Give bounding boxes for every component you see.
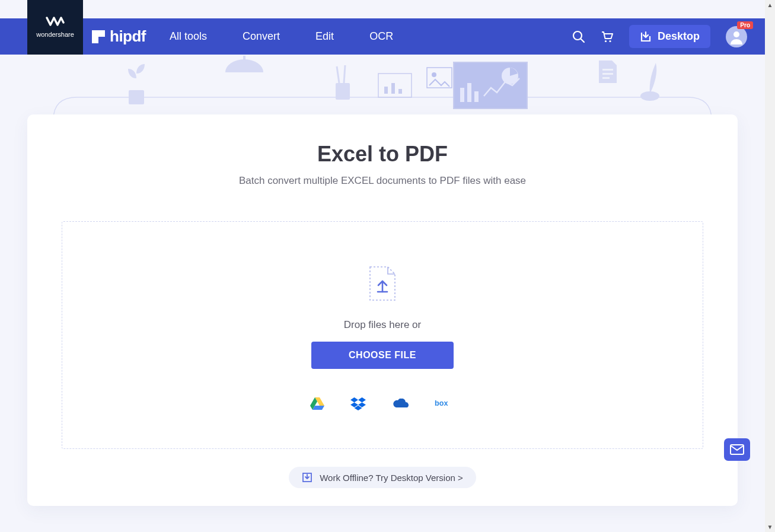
svg-rect-1	[98, 37, 105, 43]
svg-rect-25	[602, 73, 613, 75]
choose-file-button[interactable]: CHOOSE FILE	[311, 342, 454, 369]
work-offline-label: Work Offline? Try Desktop Version >	[320, 473, 463, 483]
svg-text:box: box	[435, 399, 448, 407]
top-background-strip	[0, 0, 765, 18]
nav-all-tools[interactable]: All tools	[170, 30, 207, 43]
scroll-up-icon[interactable]: ▲	[767, 0, 773, 10]
svg-rect-24	[602, 69, 613, 71]
hipdf-logo-icon	[92, 30, 105, 43]
svg-point-4	[605, 40, 607, 42]
onedrive-icon[interactable]	[392, 399, 409, 412]
svg-rect-19	[454, 63, 527, 108]
svg-point-6	[733, 31, 739, 37]
wondershare-badge[interactable]: wondershare	[27, 0, 83, 55]
svg-rect-20	[460, 88, 464, 102]
cart-icon[interactable]	[601, 30, 614, 43]
dropbox-icon[interactable]	[350, 397, 366, 413]
desktop-button[interactable]: Desktop	[629, 25, 710, 48]
hipdf-logo[interactable]: hipdf	[92, 27, 146, 46]
avatar-icon	[729, 29, 744, 44]
pro-badge: Pro	[737, 21, 753, 29]
svg-rect-7	[129, 90, 144, 104]
svg-rect-15	[398, 89, 402, 94]
svg-line-10	[337, 66, 339, 83]
cloud-sources-row: box	[310, 397, 455, 413]
page-title: Excel to PDF	[62, 142, 703, 167]
mail-icon	[730, 444, 744, 455]
scroll-down-icon[interactable]: ▼	[767, 522, 773, 532]
hipdf-brand-text: hipdf	[110, 27, 146, 46]
download-icon	[640, 31, 652, 43]
google-drive-icon[interactable]	[310, 397, 324, 413]
svg-rect-8	[243, 56, 245, 60]
avatar[interactable]: Pro	[726, 26, 747, 47]
drop-hint-text: Drop files here or	[344, 319, 421, 331]
download-icon	[302, 472, 312, 483]
box-icon[interactable]: box	[435, 399, 455, 411]
work-offline-button[interactable]: Work Offline? Try Desktop Version >	[289, 467, 476, 488]
upload-file-icon	[368, 266, 397, 301]
chat-support-button[interactable]	[724, 438, 750, 461]
svg-line-3	[581, 39, 584, 42]
svg-point-5	[609, 40, 611, 42]
choose-file-label: CHOOSE FILE	[349, 350, 416, 361]
nav-edit[interactable]: Edit	[315, 30, 334, 43]
navbar: hipdf All tools Convert Edit OCR Desktop…	[0, 18, 765, 55]
svg-rect-14	[391, 83, 395, 94]
wondershare-logo-icon	[46, 17, 65, 27]
svg-rect-22	[474, 91, 479, 102]
drop-zone[interactable]: Drop files here or CHOOSE FILE box	[62, 221, 703, 449]
main-card: Excel to PDF Batch convert multiple EXCE…	[27, 114, 738, 506]
desktop-button-label: Desktop	[658, 30, 700, 43]
nav-convert[interactable]: Convert	[243, 30, 280, 43]
search-icon[interactable]	[572, 30, 585, 43]
decorative-banner	[0, 55, 765, 120]
nav-ocr[interactable]: OCR	[369, 30, 393, 43]
svg-line-11	[344, 65, 345, 83]
svg-rect-13	[384, 87, 388, 94]
svg-point-17	[432, 72, 436, 77]
svg-rect-26	[602, 77, 610, 79]
svg-rect-9	[336, 83, 350, 100]
wondershare-label: wondershare	[36, 31, 74, 38]
svg-rect-21	[467, 83, 471, 102]
scrollbar[interactable]: ▲ ▼	[765, 0, 775, 532]
page-subtitle: Batch convert multiple EXCEL documents t…	[62, 175, 703, 187]
